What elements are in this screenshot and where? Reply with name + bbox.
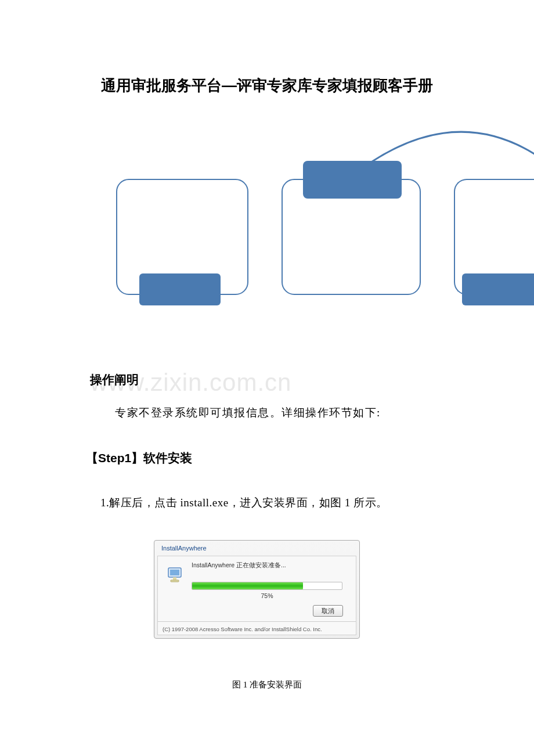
page-title: 通用审批服务平台—评审专家库专家填报顾客手册 (0, 75, 534, 96)
progress-percent-label: 75% (192, 592, 342, 599)
process-diagram (93, 124, 534, 315)
progress-fill (192, 582, 303, 589)
progress-bar (192, 582, 342, 590)
diagram-bar-2 (303, 161, 402, 199)
installer-window: InstallAnywhere InstallAnywhere 正在做安装准备.… (154, 540, 360, 639)
cancel-button[interactable]: 取消 (313, 605, 343, 617)
installer-window-title: InstallAnywhere (161, 545, 207, 552)
installer-body: InstallAnywhere 正在做安装准备... 75% 取消 (C) 19… (157, 556, 356, 635)
divider (158, 621, 356, 622)
computer-icon (166, 566, 185, 584)
installer-copyright: (C) 1997-2008 Acresso Software Inc. and/… (163, 626, 322, 632)
svg-rect-1 (170, 570, 179, 575)
svg-rect-2 (173, 577, 176, 580)
diagram-bar-3 (462, 273, 534, 305)
step1-body: 1.解压后，点击 install.exe，进入安装界面，如图 1 所示。 (100, 492, 388, 513)
figure-caption: 图 1 准备安装界面 (0, 679, 534, 690)
installer-status-text: InstallAnywhere 正在做安装准备... (192, 561, 286, 570)
diagram-bar-1 (139, 273, 221, 305)
section-heading-step1: 【Step1】软件安装 (86, 450, 192, 466)
section-heading-operation: 操作阐明 (90, 372, 139, 388)
operation-body: 专家不登录系统即可填报信息。详细操作环节如下: (115, 402, 381, 423)
svg-rect-3 (171, 580, 179, 582)
